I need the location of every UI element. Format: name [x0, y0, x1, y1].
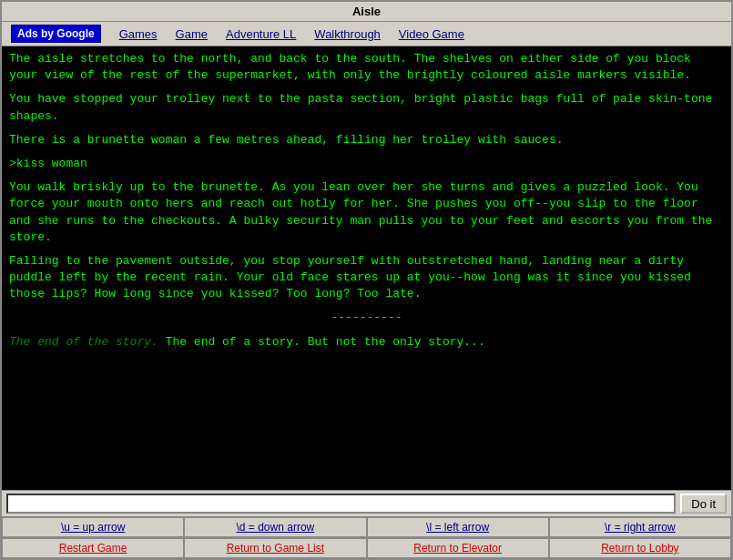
- right-arrow-button[interactable]: \r = right arrow: [549, 517, 731, 537]
- left-arrow-button[interactable]: \l = left arrow: [367, 517, 549, 537]
- main-window: Aisle Ads by Google Games Game Adventure…: [0, 0, 733, 560]
- paragraph-brunette: There is a brunette woman a few metres a…: [9, 132, 724, 148]
- title-bar: Aisle: [2, 2, 731, 22]
- paragraph-aisle: The aisle stretches to the north, and ba…: [9, 51, 724, 84]
- window-title: Aisle: [352, 5, 381, 18]
- nav-games[interactable]: Games: [119, 27, 158, 41]
- paragraph-action: You walk briskly up to the brunette. As …: [9, 179, 724, 246]
- nav-bar: Ads by Google Games Game Adventure LL Wa…: [2, 22, 731, 46]
- ending-italic: The end of the story.: [9, 335, 158, 349]
- paragraph-pavement: Falling to the pavement outside, you sto…: [9, 253, 724, 303]
- story-content: The aisle stretches to the north, and ba…: [2, 46, 731, 490]
- command-line: >kiss woman: [9, 156, 724, 172]
- nav-adventure-ll[interactable]: Adventure LL: [226, 27, 296, 41]
- ending-line: The end of the story. The end of a story…: [9, 334, 724, 351]
- nav-walkthrough[interactable]: Walkthrough: [314, 27, 381, 41]
- arrow-row: \u = up arrow \d = down arrow \l = left …: [2, 516, 731, 537]
- return-elevator-button[interactable]: Return to Elevator: [367, 538, 549, 558]
- return-game-list-button[interactable]: Return to Game List: [184, 538, 366, 558]
- nav-game[interactable]: Game: [176, 27, 208, 41]
- restart-game-button[interactable]: Restart Game: [2, 538, 184, 558]
- dashes: ----------: [9, 310, 724, 326]
- ads-by-google[interactable]: Ads by Google: [11, 25, 101, 43]
- return-lobby-button[interactable]: Return to Lobby: [549, 538, 731, 558]
- do-it-button[interactable]: Do it: [680, 494, 727, 514]
- paragraph-trolley: You have stopped your trolley next to th…: [9, 91, 724, 124]
- up-arrow-button[interactable]: \u = up arrow: [2, 517, 184, 537]
- bottom-nav-row: Restart Game Return to Game List Return …: [2, 537, 731, 558]
- nav-video-game[interactable]: Video Game: [399, 27, 464, 41]
- ending-rest: The end of a story. But not the only sto…: [158, 335, 485, 349]
- command-input[interactable]: [6, 494, 676, 514]
- down-arrow-button[interactable]: \d = down arrow: [184, 517, 366, 537]
- input-row: Do it: [2, 490, 731, 516]
